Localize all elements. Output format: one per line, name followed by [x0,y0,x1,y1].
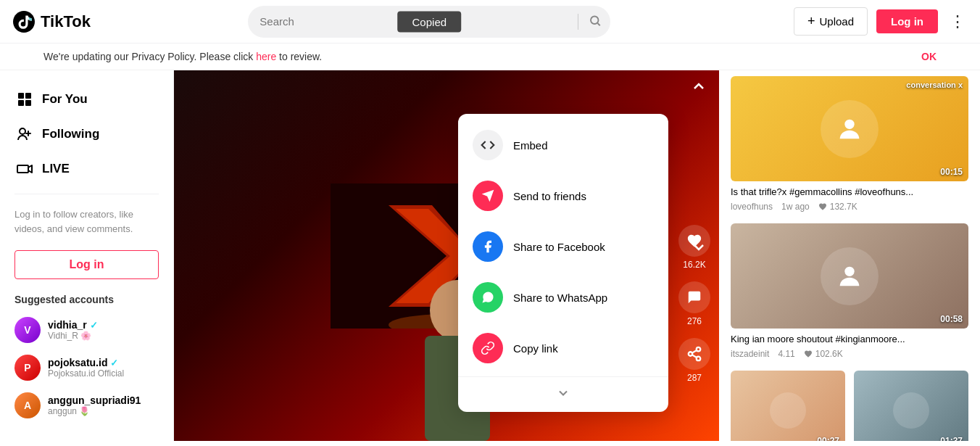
share-item-copy-link[interactable]: Copy link [458,323,668,373]
video-card-2[interactable]: 00:58 King ian moore shoutout #kingianmo… [731,223,968,359]
sidebar-item-for-you[interactable]: For You [6,82,167,117]
svg-point-0 [591,16,599,24]
avatar-anggun: A [14,392,41,418]
share-item-embed[interactable]: Embed [458,120,668,170]
video-thumb-2: 00:58 [731,223,968,329]
username-pojoksatu: pojoksatu.id ✓ [48,357,124,368]
account-item-vidhia[interactable]: V vidhia_r ✓ Vidhi_R 🌸 [6,311,167,349]
comment-count: 276 [687,316,702,326]
logo-area: TikTok [12,9,157,34]
whatsapp-icon [473,282,503,313]
login-button[interactable]: Log in [876,9,938,33]
svg-line-19 [692,350,697,353]
svg-point-6 [20,128,25,134]
username-anggun: anggun_supriadi91 [48,395,141,406]
sidebar-login-button[interactable]: Log in [14,250,159,279]
video-meta-2: King ian moore shoutout #kingianmoore...… [731,333,968,359]
for-you-icon [14,89,35,110]
svg-point-22 [844,119,854,128]
share-count: 287 [687,373,702,383]
main-layout: For You Following LIVE Log in to follow … [0,70,980,441]
account-info-vidhia: vidhia_r ✓ Vidhi_R 🌸 [48,319,98,341]
account-info-pojoksatu: pojoksatu.id ✓ Pojoksatu.id Official [48,357,124,379]
username-vidhia: vidhia_r ✓ [48,319,98,331]
privacy-here-link[interactable]: here [256,51,276,62]
header-right: + Upload Log in ⋮ [794,7,968,36]
like-icon-circle [678,225,710,257]
plus-icon: + [807,14,815,29]
copy-link-label: Copy link [513,342,558,355]
tiktok-logo-icon [12,9,36,34]
video-card-3[interactable]: 00:27 Meanwhile in the Scouse Republic o… [731,371,845,441]
share-item-send-friends[interactable]: Send to friends [458,170,668,221]
share-item-whatsapp[interactable]: Share to WhatsApp [458,272,668,323]
sidebar: For You Following LIVE Log in to follow … [0,70,174,441]
sidebar-item-following[interactable]: Following [6,117,167,152]
share-more-button[interactable] [458,380,668,406]
video-time-1: 1w ago [781,202,810,212]
live-icon [14,159,35,179]
svg-point-23 [844,266,854,276]
privacy-bar: We're updating our Privacy Policy. Pleas… [0,44,980,70]
account-item-anggun[interactable]: A anggun_supriadi91 anggun 🌷 [6,387,167,424]
video-likes-1: 132.7K [818,202,858,212]
scroll-up-button[interactable] [690,78,707,99]
sidebar-item-live[interactable]: LIVE [6,152,167,186]
verified-icon-vidhia: ✓ [90,320,98,331]
facebook-label: Share to Facebook [513,241,605,253]
whatsapp-label: Share to WhatsApp [513,292,607,304]
share-icon-circle [678,338,710,370]
svg-line-18 [692,355,697,358]
comment-button[interactable]: 276 [678,281,710,326]
video-card-4[interactable]: 01:37 it was moe size and it was making … [854,371,968,441]
search-divider [578,14,578,30]
svg-rect-5 [25,100,31,106]
live-label: LIVE [42,162,70,176]
video-area[interactable]: 16.2K 276 287 [174,70,719,441]
video-user-1: loveofhuns [731,202,773,212]
embed-icon [473,130,503,160]
share-item-facebook[interactable]: Share to Facebook [458,221,668,272]
like-button[interactable]: 16.2K [678,225,710,270]
search-button[interactable] [589,14,602,29]
more-options-button[interactable]: ⋮ [947,9,968,34]
video-stats-1: loveofhuns 1w ago 132.7K [731,202,968,212]
following-icon [14,124,35,144]
display-vidhia: Vidhi_R 🌸 [48,331,98,341]
video-likes-2: 102.6K [804,349,843,359]
like-count: 16.2K [683,260,705,270]
action-buttons: 16.2K 276 287 [678,225,710,383]
upload-label: Upload [819,15,854,28]
svg-point-17 [697,357,701,361]
share-menu-divider [458,376,668,377]
svg-rect-2 [18,93,24,99]
video-desc-1: Is that trifle?x #gemmacollins #loveofhu… [731,186,968,199]
share-button[interactable]: 287 [678,338,710,383]
video-row-34: 00:27 Meanwhile in the Scouse Republic o… [731,371,968,441]
privacy-ok-button[interactable]: OK [921,51,937,62]
video-card-1[interactable]: conversation x 00:15 Is that trifle?x #g… [731,76,968,212]
logo-text: TikTok [41,12,91,31]
header: TikTok Copied + Upload Log in ⋮ [0,0,980,44]
copy-link-icon [473,333,503,363]
search-bar-wrap: Copied [248,6,610,38]
privacy-text: We're updating our Privacy Policy. Pleas… [43,51,322,62]
video-user-2: itszadeinit [731,349,769,359]
display-pojoksatu: Pojoksatu.id Official [48,368,124,379]
avatar-vidhia: V [14,317,41,343]
svg-rect-7 [17,165,28,173]
upload-button[interactable]: + Upload [794,7,868,36]
svg-point-16 [689,352,693,356]
video-stats-2: itszadeinit 4.11 102.6K [731,349,968,359]
search-input[interactable] [248,6,610,38]
video-thumb-1: conversation x 00:15 [731,76,968,181]
right-panel: conversation x 00:15 Is that trifle?x #g… [719,70,980,441]
share-menu: Embed Send to friends Share to Facebook [458,114,668,412]
video-time-2: 4.11 [778,349,794,359]
account-item-pojoksatu[interactable]: P pojoksatu.id ✓ Pojoksatu.id Official [6,349,167,387]
svg-point-15 [697,347,701,352]
video-thumb-4: 01:37 [854,371,968,441]
verified-icon-pojoksatu: ✓ [110,358,118,368]
video-desc-2: King ian moore shoutout #kingianmoore... [731,333,968,346]
comment-icon-circle [678,281,710,313]
